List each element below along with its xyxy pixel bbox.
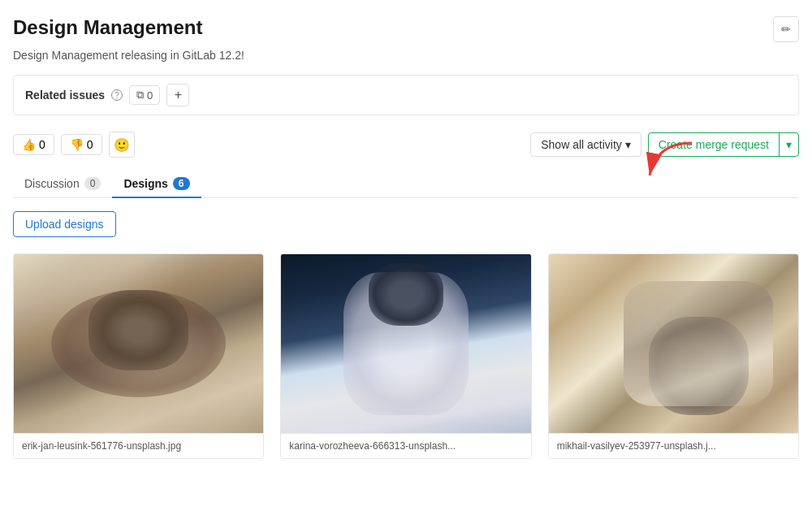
- merge-dropdown-icon[interactable]: ▾: [780, 133, 798, 156]
- design-filename-3: mikhail-vasilyev-253977-unsplash.j...: [557, 440, 716, 452]
- designs-tab-count: 6: [173, 177, 190, 190]
- emoji-picker-button[interactable]: 🙂: [109, 132, 135, 158]
- plus-icon: +: [175, 88, 182, 102]
- create-merge-label: Create merge request: [649, 133, 780, 156]
- tab-designs[interactable]: Designs 6: [112, 171, 201, 198]
- designs-tab-label: Designs: [123, 177, 167, 190]
- design-card-footer-2: karina-vorozheeva-666313-unsplash...: [281, 433, 530, 458]
- thumbs-down-count: 0: [87, 138, 93, 151]
- upload-designs-label: Upload designs: [25, 218, 104, 231]
- header-row: Design Management ✏: [13, 16, 799, 42]
- issue-count-button[interactable]: ⧉ 0: [129, 85, 160, 105]
- show-activity-label: Show all activity: [541, 138, 622, 151]
- create-merge-request-button[interactable]: Create merge request ▾: [648, 132, 799, 157]
- design-card-2[interactable]: karina-vorozheeva-666313-unsplash...: [280, 253, 531, 459]
- page-container: Design Management ✏ Design Management re…: [0, 0, 812, 475]
- tabs-row: Discussion 0 Designs 6: [13, 171, 799, 198]
- designs-grid: erik-jan-leusink-561776-unsplash.jpg kar…: [13, 253, 799, 459]
- page-title: Design Management: [13, 16, 202, 39]
- tab-discussion[interactable]: Discussion 0: [13, 171, 112, 198]
- design-filename-1: erik-jan-leusink-561776-unsplash.jpg: [22, 440, 181, 452]
- reactions-row: 👍 0 👎 0 🙂 Show all activity ▾ Create mer…: [13, 132, 799, 158]
- upload-designs-button[interactable]: Upload designs: [13, 211, 116, 237]
- thumbs-down-icon: 👎: [70, 138, 84, 151]
- design-card-3[interactable]: mikhail-vasilyev-253977-unsplash.j...: [548, 253, 799, 459]
- thumbs-down-button[interactable]: 👎 0: [61, 134, 102, 155]
- thumbs-up-icon: 👍: [22, 138, 36, 151]
- discussion-tab-count: 0: [84, 177, 102, 190]
- related-issues-label: Related issues: [25, 89, 105, 102]
- thumbs-up-count: 0: [39, 138, 45, 151]
- show-activity-button[interactable]: Show all activity ▾: [530, 132, 641, 157]
- help-icon[interactable]: ?: [111, 89, 123, 101]
- reactions-right: Show all activity ▾ Create merge request…: [530, 132, 799, 157]
- design-image-2: [281, 254, 530, 433]
- pencil-icon: ✏: [781, 23, 791, 36]
- activity-dropdown-icon: ▾: [625, 138, 631, 151]
- document-icon: ⧉: [136, 89, 144, 102]
- design-image-1: [14, 254, 263, 433]
- design-filename-2: karina-vorozheeva-666313-unsplash...: [289, 440, 456, 452]
- design-card-footer-3: mikhail-vasilyev-253977-unsplash.j...: [549, 433, 798, 458]
- issue-count: 0: [147, 89, 153, 102]
- related-issues-bar: Related issues ? ⧉ 0 +: [13, 75, 799, 115]
- thumbs-up-button[interactable]: 👍 0: [13, 134, 54, 155]
- smiley-icon: 🙂: [114, 137, 130, 153]
- discussion-tab-label: Discussion: [24, 177, 80, 190]
- design-card-footer-1: erik-jan-leusink-561776-unsplash.jpg: [14, 433, 263, 458]
- add-issue-button[interactable]: +: [166, 84, 189, 106]
- reactions-left: 👍 0 👎 0 🙂: [13, 132, 135, 158]
- subtitle: Design Management releasing in GitLab 12…: [13, 49, 799, 62]
- edit-button[interactable]: ✏: [773, 16, 799, 42]
- design-card-1[interactable]: erik-jan-leusink-561776-unsplash.jpg: [13, 253, 264, 459]
- design-image-3: [549, 254, 798, 433]
